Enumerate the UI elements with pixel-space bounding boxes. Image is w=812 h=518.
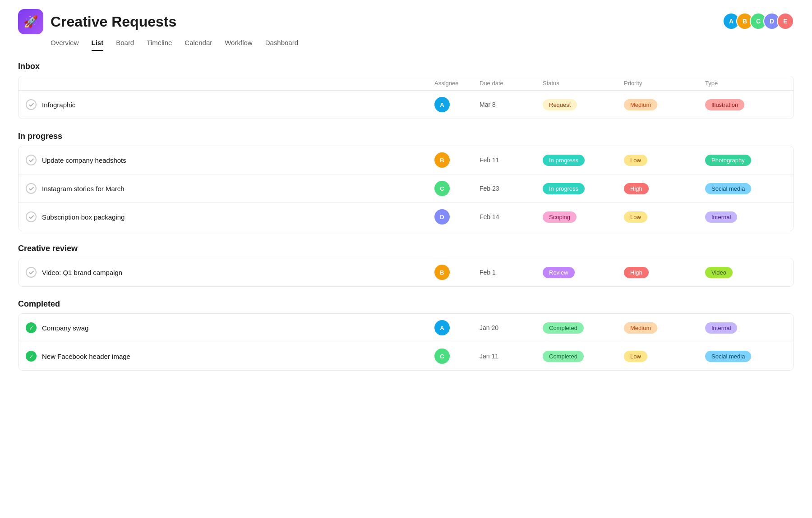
task-name-cell: Subscription box packaging — [26, 211, 434, 222]
priority-badge: Medium — [624, 99, 657, 110]
type-badge: Video — [705, 267, 733, 278]
priority-badge: Low — [624, 211, 647, 223]
avatar-group: ABCDE — [723, 13, 794, 30]
nav-tabs: OverviewListBoardTimelineCalendarWorkflo… — [18, 39, 298, 51]
type-cell: Social media — [705, 351, 786, 362]
section-creative-review: Creative reviewVideo: Q1 brand campaignB… — [18, 244, 794, 287]
task-name-cell: ✓New Facebook header image — [26, 351, 434, 362]
table-creative-review: Video: Q1 brand campaignBFeb 1ReviewHigh… — [18, 258, 794, 287]
due-date-cell: Feb 23 — [480, 185, 543, 192]
nav-tab-timeline[interactable]: Timeline — [147, 39, 172, 51]
type-badge: Social media — [705, 351, 751, 362]
header-cell-3: Status — [543, 80, 624, 87]
assignee-avatar: A — [434, 97, 450, 112]
priority-cell: Low — [624, 155, 705, 166]
task-name: Video: Q1 brand campaign — [42, 269, 122, 276]
header-cell-2: Due date — [480, 80, 543, 87]
check-icon[interactable] — [26, 211, 37, 222]
priority-badge: Medium — [624, 322, 657, 334]
task-name-cell: ✓Company swag — [26, 322, 434, 333]
nav-tab-overview[interactable]: Overview — [51, 39, 79, 51]
assignee-cell: A — [434, 320, 480, 335]
assignee-avatar: C — [434, 181, 450, 196]
assignee-avatar: C — [434, 348, 450, 364]
priority-cell: Low — [624, 211, 705, 223]
priority-badge: High — [624, 267, 649, 278]
type-badge: Internal — [705, 322, 737, 334]
table-row[interactable]: ✓New Facebook header imageCJan 11Complet… — [18, 342, 794, 370]
nav-tab-list[interactable]: List — [92, 39, 104, 51]
nav-tab-dashboard[interactable]: Dashboard — [265, 39, 298, 51]
table-row[interactable]: ✓Company swagAJan 20CompletedMediumInter… — [18, 314, 794, 342]
status-cell: Request — [543, 99, 624, 110]
check-completed-icon[interactable]: ✓ — [26, 322, 37, 333]
task-name: Company swag — [42, 324, 88, 332]
nav-tab-workflow[interactable]: Workflow — [225, 39, 252, 51]
type-badge: Internal — [705, 211, 737, 223]
header-left: 🚀 Creative Requests OverviewListBoardTim… — [18, 9, 298, 51]
table-row[interactable]: Subscription box packagingDFeb 14Scoping… — [18, 203, 794, 231]
priority-cell: High — [624, 267, 705, 278]
header-cell-0 — [26, 80, 434, 87]
priority-cell: Medium — [624, 99, 705, 110]
assignee-cell: B — [434, 152, 480, 168]
main-content: InboxAssigneeDue dateStatusPriorityTypeI… — [0, 51, 812, 401]
section-in-progress: In progressUpdate company headshotsBFeb … — [18, 132, 794, 231]
nav-tab-board[interactable]: Board — [116, 39, 134, 51]
table-row[interactable]: Video: Q1 brand campaignBFeb 1ReviewHigh… — [18, 258, 794, 286]
header-cell-4: Priority — [624, 80, 705, 87]
assignee-cell: C — [434, 348, 480, 364]
assignee-avatar: D — [434, 209, 450, 225]
task-name-cell: Video: Q1 brand campaign — [26, 267, 434, 278]
priority-cell: Low — [624, 351, 705, 362]
check-icon[interactable] — [26, 267, 37, 278]
status-badge: In progress — [543, 155, 585, 166]
due-date-cell: Jan 20 — [480, 324, 543, 331]
table-completed: ✓Company swagAJan 20CompletedMediumInter… — [18, 313, 794, 371]
task-name-cell: Update company headshots — [26, 155, 434, 165]
check-icon[interactable] — [26, 183, 37, 194]
status-cell: In progress — [543, 183, 624, 194]
assignee-cell: A — [434, 97, 480, 112]
table-row[interactable]: InfographicAMar 8RequestMediumIllustrati… — [18, 91, 794, 119]
status-badge: Review — [543, 267, 575, 278]
check-completed-icon[interactable]: ✓ — [26, 351, 37, 362]
check-icon[interactable] — [26, 99, 37, 110]
type-cell: Internal — [705, 322, 786, 334]
task-name-cell: Instagram stories for March — [26, 183, 434, 194]
status-badge: Completed — [543, 322, 584, 334]
status-cell: Review — [543, 267, 624, 278]
assignee-avatar: B — [434, 152, 450, 168]
header-cell-5: Type — [705, 80, 786, 87]
section-title-inbox: Inbox — [18, 62, 794, 71]
type-cell: Video — [705, 267, 786, 278]
assignee-avatar: A — [434, 320, 450, 335]
assignee-cell: C — [434, 181, 480, 196]
check-icon[interactable] — [26, 155, 37, 165]
header-avatars: ABCDE — [723, 13, 794, 30]
due-date-cell: Mar 8 — [480, 101, 543, 108]
section-title-completed: Completed — [18, 299, 794, 309]
table-row[interactable]: Instagram stories for MarchCFeb 23In pro… — [18, 174, 794, 203]
section-completed: Completed✓Company swagAJan 20CompletedMe… — [18, 299, 794, 371]
status-cell: Completed — [543, 351, 624, 362]
table-header: AssigneeDue dateStatusPriorityType — [18, 76, 794, 91]
app-title-row: 🚀 Creative Requests — [18, 9, 298, 34]
priority-cell: Medium — [624, 322, 705, 334]
status-badge: In progress — [543, 183, 585, 194]
table-row[interactable]: Update company headshotsBFeb 11In progre… — [18, 146, 794, 174]
status-cell: In progress — [543, 155, 624, 166]
assignee-cell: D — [434, 209, 480, 225]
task-name: Update company headshots — [42, 156, 126, 164]
task-name: Instagram stories for March — [42, 185, 125, 193]
page-title: Creative Requests — [51, 14, 176, 30]
task-name-cell: Infographic — [26, 99, 434, 110]
due-date-cell: Feb 1 — [480, 269, 543, 276]
assignee-avatar: B — [434, 265, 450, 280]
section-title-creative-review: Creative review — [18, 244, 794, 253]
priority-cell: High — [624, 183, 705, 194]
assignee-cell: B — [434, 265, 480, 280]
status-badge: Scoping — [543, 211, 577, 223]
due-date-cell: Jan 11 — [480, 353, 543, 360]
nav-tab-calendar[interactable]: Calendar — [185, 39, 212, 51]
